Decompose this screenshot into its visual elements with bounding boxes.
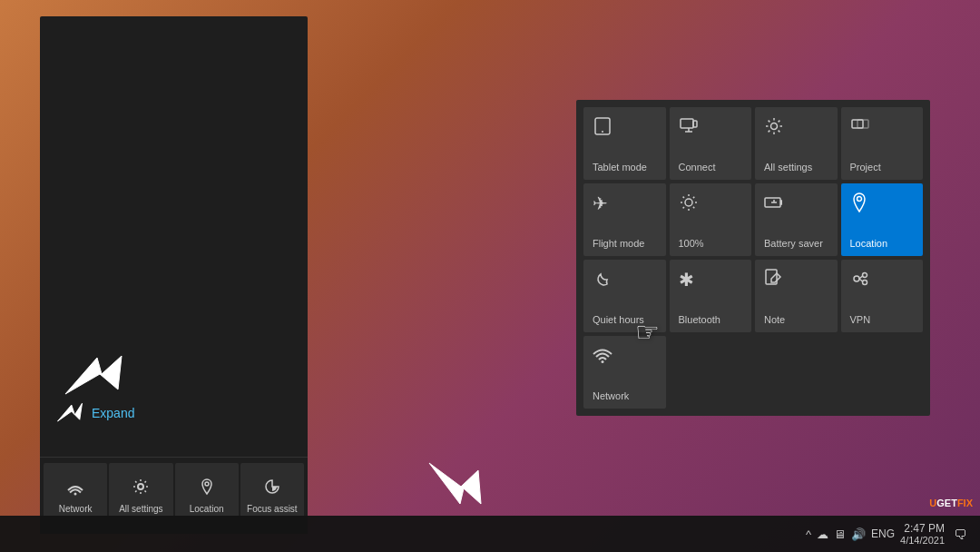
network-icon — [66, 478, 84, 500]
project-label: Project — [850, 162, 881, 172]
project-icon — [850, 116, 870, 141]
svg-marker-26 — [429, 463, 481, 504]
svg-point-17 — [857, 197, 861, 202]
watermark: UGETFIX — [929, 498, 973, 508]
bluetooth-icon: ✱ — [679, 269, 694, 291]
watermark-get: GET — [936, 498, 957, 508]
tablet-mode-label: Tablet mode — [593, 162, 647, 172]
connect-label: Connect — [679, 162, 716, 172]
quick-tile-tablet-mode[interactable]: Tablet mode — [583, 107, 666, 180]
quick-tile-network-expanded[interactable]: Network — [583, 336, 666, 409]
settings-icon — [132, 478, 150, 500]
taskbar-time[interactable]: 2:47 PM 4/14/2021 — [900, 522, 945, 546]
taskbar-system-icons: ^ ☁ 🖥 🔊 ENG — [806, 527, 895, 541]
quick-tile-brightness[interactable]: 100% — [670, 183, 752, 256]
svg-point-20 — [862, 273, 867, 278]
quick-tile-flight-mode[interactable]: ✈ Flight mode — [583, 183, 666, 256]
svg-point-24 — [602, 360, 604, 363]
focus-assist-icon — [263, 478, 281, 500]
brightness-icon — [679, 192, 699, 217]
all-settings-icon — [764, 116, 784, 141]
quick-tile-quiet-hours[interactable]: Quiet hours — [583, 260, 666, 332]
note-icon — [764, 269, 782, 293]
svg-line-23 — [859, 279, 863, 281]
volume-icon[interactable]: 🔊 — [851, 527, 866, 541]
connect-icon — [679, 116, 699, 141]
location-icon-small — [198, 478, 216, 500]
bluetooth-label: Bluetooth — [679, 314, 720, 325]
cloud-icon: ☁ — [817, 527, 828, 541]
quick-tile-all-settings[interactable]: All settings — [755, 107, 838, 180]
quick-tile-bluetooth[interactable]: ✱ Bluetooth — [670, 260, 752, 332]
all-settings-expanded-label: All settings — [764, 162, 812, 172]
battery-saver-label: Battery saver — [764, 238, 823, 249]
flight-mode-label: Flight mode — [593, 238, 644, 249]
svg-point-21 — [862, 281, 867, 285]
network-expanded-label: Network — [593, 390, 629, 401]
quick-tile-connect[interactable]: Connect — [670, 107, 752, 180]
arrow-to-taskbar — [422, 454, 485, 512]
battery-saver-icon — [764, 192, 784, 213]
location-icon — [850, 192, 868, 217]
location-label: Location — [850, 238, 888, 249]
chevron-icon[interactable]: ^ — [806, 527, 811, 541]
monitor-icon: 🖥 — [834, 527, 846, 541]
quick-tile-project[interactable]: Project — [841, 107, 924, 180]
svg-point-5 — [602, 131, 603, 133]
lang-label[interactable]: ENG — [871, 527, 895, 540]
right-panel: Tablet mode Connect All settings — [576, 100, 930, 416]
vpn-icon — [850, 269, 870, 293]
expand-label: Expand — [92, 406, 134, 420]
watermark-fix: FIX — [957, 498, 973, 508]
notification-icon[interactable]: 🗨 — [950, 527, 971, 542]
svg-marker-0 — [58, 403, 83, 421]
all-settings-label: All settings — [119, 504, 162, 514]
svg-rect-6 — [681, 119, 693, 128]
expand-area[interactable]: Expand — [54, 397, 134, 429]
location-label-small: Location — [190, 504, 224, 514]
note-label: Note — [764, 314, 785, 325]
svg-point-13 — [685, 199, 692, 206]
svg-point-19 — [854, 276, 859, 281]
quiet-hours-icon — [593, 269, 612, 293]
left-panel: Expand Network All settings — [40, 16, 308, 534]
date-display: 4/14/2021 — [900, 535, 945, 546]
quick-tile-vpn[interactable]: VPN — [841, 260, 924, 332]
expand-arrow-icon — [54, 397, 86, 429]
network-expanded-icon — [593, 345, 612, 368]
svg-point-2 — [138, 484, 143, 489]
taskbar: ^ ☁ 🖥 🔊 ENG 2:47 PM 4/14/2021 🗨 — [0, 516, 980, 552]
vpn-label: VPN — [850, 314, 871, 325]
time-display: 2:47 PM — [900, 522, 945, 535]
tablet-mode-icon — [593, 116, 612, 141]
network-label: Network — [59, 504, 93, 514]
focus-assist-label: Focus assist — [247, 504, 298, 514]
quick-grid: Tablet mode Connect All settings — [583, 107, 923, 409]
quick-tile-location[interactable]: Location — [841, 183, 924, 256]
svg-point-1 — [74, 493, 77, 496]
quiet-hours-label: Quiet hours — [593, 314, 644, 325]
svg-point-10 — [771, 123, 778, 130]
flight-mode-icon: ✈ — [593, 192, 608, 214]
svg-point-3 — [205, 482, 209, 486]
quick-tile-note[interactable]: Note — [755, 260, 838, 332]
brightness-label: 100% — [679, 238, 704, 249]
quick-tile-battery-saver[interactable]: Battery saver — [755, 183, 838, 256]
svg-rect-7 — [693, 121, 697, 127]
